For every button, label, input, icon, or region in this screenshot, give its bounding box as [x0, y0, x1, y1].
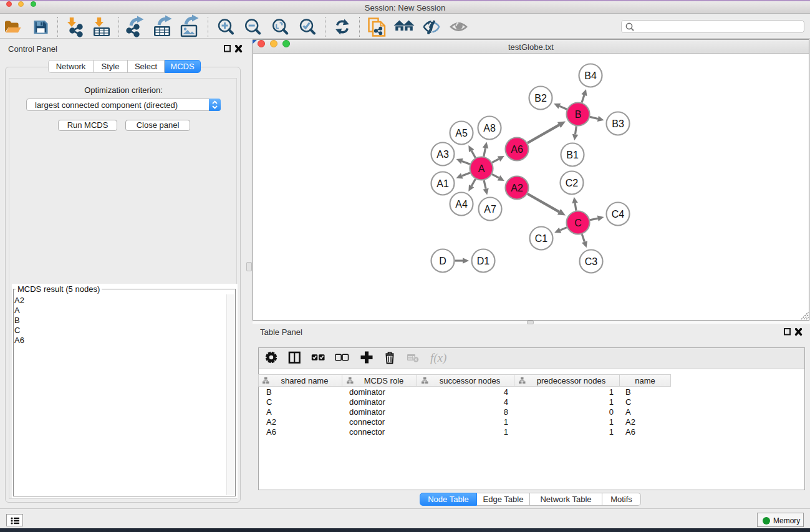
svg-text:A1: A1 — [436, 178, 449, 189]
svg-text:B: B — [575, 109, 582, 120]
svg-text:A8: A8 — [483, 123, 496, 133]
svg-text:B1: B1 — [566, 150, 579, 160]
svg-text:B2: B2 — [534, 93, 547, 104]
svg-text:C1: C1 — [535, 233, 548, 244]
svg-text:C2: C2 — [566, 178, 579, 188]
svg-text:C: C — [574, 218, 582, 228]
svg-text:A3: A3 — [436, 149, 449, 160]
svg-text:A2: A2 — [511, 183, 523, 193]
svg-text:A5: A5 — [455, 128, 468, 138]
svg-text:B3: B3 — [612, 118, 624, 129]
svg-text:C4: C4 — [612, 209, 625, 220]
svg-text:A6: A6 — [511, 144, 523, 155]
svg-text:D: D — [439, 256, 446, 266]
svg-text:B4: B4 — [584, 70, 597, 81]
svg-text:A7: A7 — [484, 204, 496, 215]
svg-text:A4: A4 — [455, 199, 468, 210]
svg-text:D1: D1 — [477, 256, 490, 266]
svg-text:C3: C3 — [585, 256, 598, 267]
svg-text:A: A — [478, 163, 485, 174]
svg-text:f(x): f(x) — [430, 351, 446, 365]
